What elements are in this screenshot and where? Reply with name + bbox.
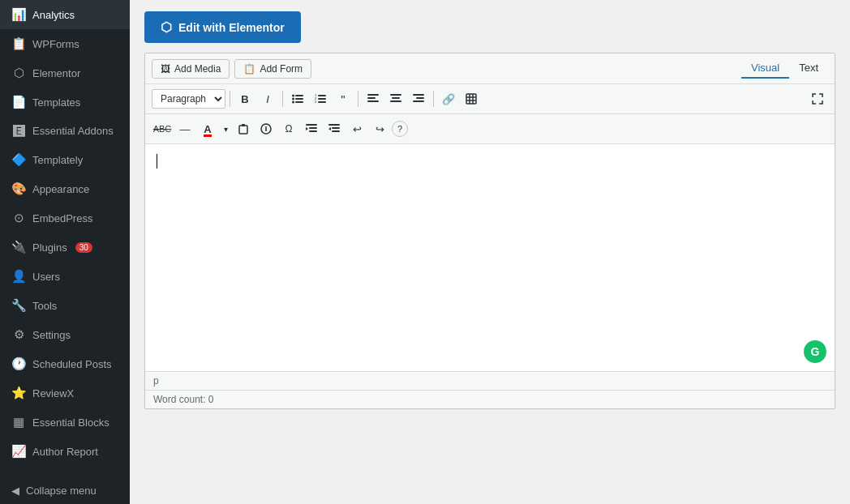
ul-button[interactable] [287,88,308,109]
sidebar-icon-scheduled-posts: 🕐 [11,357,26,371]
svg-rect-2 [295,101,303,103]
svg-rect-38 [328,124,340,126]
outdent-button[interactable] [324,118,345,139]
svg-point-4 [292,98,294,100]
add-form-label: Add Form [260,63,303,75]
svg-rect-1 [295,98,303,100]
svg-rect-16 [390,94,401,96]
align-left-button[interactable] [363,88,384,109]
table-button[interactable] [461,88,482,109]
editor-container: 🖼 Add Media 📋 Add Form Visual Text Parag… [144,53,835,409]
collapse-icon: ◀ [11,485,19,497]
sidebar-item-templates[interactable]: 📄 Templates [0,88,130,117]
sidebar-item-templately[interactable]: 🔷 Templately [0,145,130,174]
add-form-button[interactable]: 📋 Add Form [234,59,311,79]
italic-button[interactable]: I [257,88,278,109]
sidebar-icon-users: 👤 [11,269,26,284]
editor-statusbar: p [145,371,835,390]
redo-button[interactable]: ↪ [369,118,390,139]
svg-rect-6 [318,95,326,96]
svg-rect-34 [309,127,317,129]
collapse-menu-item[interactable]: ◀ Collapse menu [0,477,130,504]
add-media-button[interactable]: 🖼 Add Media [152,59,230,79]
sidebar-icon-reviewx: ⭐ [11,386,26,400]
sidebar-item-plugins[interactable]: 🔌 Plugins 30 [0,233,130,262]
sidebar-icon-settings: ⚙ [11,327,26,342]
badge-plugins: 30 [75,242,92,253]
elementor-btn-wrapper: ⬡ Edit with Elementor [144,11,835,43]
ol-button[interactable]: 123 [310,88,331,109]
svg-point-5 [292,101,294,104]
sidebar-item-elementor[interactable]: ⬡ Elementor [0,58,130,88]
sidebar-label-embedpress: EmbedPress [32,212,92,224]
svg-rect-17 [392,97,400,99]
align-center-button[interactable] [385,88,406,109]
sidebar-item-users[interactable]: 👤 Users [0,262,130,291]
editor-cursor [157,154,157,169]
edit-elementor-button[interactable]: ⬡ Edit with Elementor [144,11,301,43]
bold-button[interactable]: B [234,88,255,109]
format-toolbar-row2: ABC — A ▾ Ω ↩ ↪ ? [145,114,835,144]
align-right-button[interactable] [408,88,429,109]
sidebar-label-plugins: Plugins [32,241,67,254]
sidebar-item-analytics[interactable]: 📊 Analytics [0,0,130,29]
color-dropdown-button[interactable]: ▾ [220,118,231,139]
fullscreen-button[interactable] [807,88,828,109]
editor-toolbar-top: 🖼 Add Media 📋 Add Form Visual Text [145,53,835,84]
grammarly-badge: G [804,340,826,363]
help-button[interactable]: ? [392,121,408,137]
sidebar-label-analytics: Analytics [32,9,75,21]
main-content: ⬡ Edit with Elementor 🖼 Add Media 📋 Add … [130,0,850,504]
sidebar-item-wpforms[interactable]: 📋 WPForms [0,29,130,58]
paragraph-select[interactable]: Paragraph Heading 1 Heading 2 Heading 3 [152,89,225,109]
undo-button[interactable]: ↩ [346,118,367,139]
sidebar-item-reviewx[interactable]: ⭐ ReviewX [0,378,130,408]
svg-marker-37 [306,127,308,130]
sidebar-label-wpforms: WPForms [32,38,79,50]
view-tabs: Visual Text [741,58,828,79]
sidebar-label-author-report: Author Report [32,446,98,458]
remove-format-button[interactable] [255,118,277,139]
sidebar-label-settings: Settings [32,329,71,341]
sidebar-item-scheduled-posts[interactable]: 🕐 Scheduled Posts [0,349,130,378]
paste-text-button[interactable] [233,118,254,139]
sidebar-item-essential-addons[interactable]: 🅴 Essential Addons [0,117,130,145]
sidebar-item-tools[interactable]: 🔧 Tools [0,291,130,320]
hr-button[interactable]: — [174,118,195,139]
elementor-icon: ⬡ [161,19,172,35]
sidebar-label-appearance: Appearance [32,183,89,195]
svg-rect-22 [413,100,424,102]
svg-marker-41 [328,127,331,130]
toolbar-sep-2 [282,91,283,107]
tab-text[interactable]: Text [789,58,828,79]
sidebar-icon-embedpress: ⊙ [11,211,26,225]
svg-rect-33 [306,124,317,126]
sidebar-icon-elementor: ⬡ [11,66,26,80]
sidebar-label-essential-blocks: Essential Blocks [32,416,109,429]
word-count-label: Word count: [153,394,205,405]
svg-rect-40 [332,130,340,132]
tab-visual[interactable]: Visual [741,58,789,79]
toolbar-sep-1 [230,91,230,107]
collapse-label: Collapse menu [26,485,97,497]
link-button[interactable]: 🔗 [438,88,459,109]
blockquote-button[interactable]: " [333,88,354,109]
strikethrough-button[interactable]: ABC [152,118,173,139]
svg-rect-18 [390,100,401,102]
sidebar-item-author-report[interactable]: 📈 Author Report [0,437,130,466]
svg-rect-29 [239,126,247,134]
editor-body[interactable]: G [145,144,835,371]
sidebar: 📊 Analytics 📋 WPForms ⬡ Elementor 📄 Temp… [0,0,130,504]
special-char-button[interactable]: Ω [278,118,299,139]
sidebar-item-essential-blocks[interactable]: ▦ Essential Blocks [0,408,130,437]
sidebar-icon-author-report: 📈 [11,444,26,459]
sidebar-item-settings[interactable]: ⚙ Settings [0,320,130,349]
sidebar-icon-analytics: 📊 [11,7,26,22]
sidebar-icon-tools: 🔧 [11,298,26,313]
color-button[interactable]: A [197,118,218,139]
indent-button[interactable] [301,118,322,139]
sidebar-label-templates: Templates [32,96,80,109]
sidebar-item-appearance[interactable]: 🎨 Appearance [0,174,130,203]
sidebar-icon-essential-blocks: ▦ [11,415,26,429]
sidebar-item-embedpress[interactable]: ⊙ EmbedPress [0,203,130,233]
